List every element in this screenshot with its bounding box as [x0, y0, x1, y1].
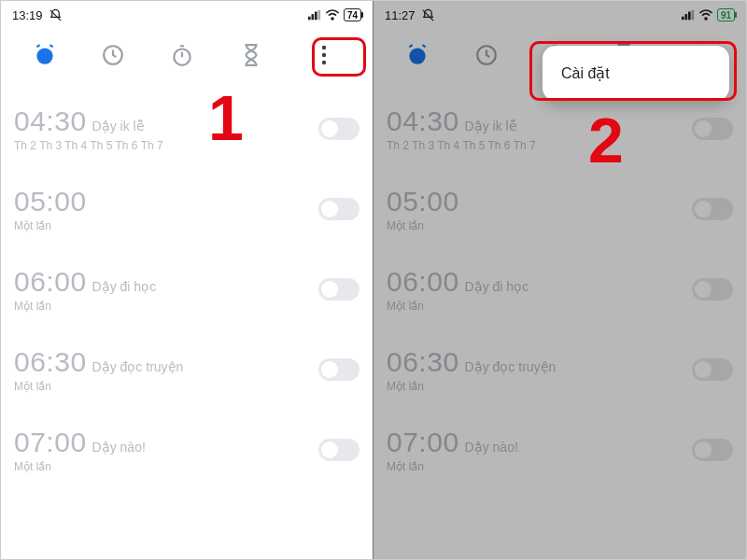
alarm-row[interactable]: 04:30Dậy ik lễ Th 2 Th 3 Th 4 Th 5 Th 6 … — [14, 105, 359, 152]
tab-clock[interactable] — [472, 41, 500, 69]
alarm-time: 06:30 — [387, 346, 459, 378]
alarm-row[interactable]: 04:30Dậy ik lễ Th 2 Th 3 Th 4 Th 5 Th 6 … — [387, 105, 733, 152]
alarm-sub: Một lần — [387, 219, 465, 232]
alarm-time: 06:30 — [14, 346, 87, 378]
options-popup: Cài đặt — [543, 46, 729, 101]
tab-timer[interactable] — [237, 41, 265, 69]
alarm-toggle[interactable] — [318, 278, 359, 301]
svg-rect-3 — [315, 12, 317, 21]
svg-rect-15 — [688, 12, 691, 21]
alarm-sub: Th 2 Th 3 Th 4 Th 5 Th 6 Th 7 — [14, 139, 163, 152]
tab-bar — [1, 25, 373, 77]
alarm-row[interactable]: 06:00Dậy đi học Một lần — [14, 266, 359, 313]
alarm-time: 04:30 — [14, 105, 87, 137]
wifi-icon — [325, 9, 340, 21]
alarm-list: 04:30Dậy ik lễ Th 2 Th 3 Th 4 Th 5 Th 6 … — [1, 77, 373, 473]
battery-icon: 91 — [717, 8, 735, 21]
alarm-sub: Th 2 Th 3 Th 4 Th 5 Th 6 Th 7 — [387, 139, 536, 152]
tab-clock[interactable] — [99, 41, 127, 69]
svg-point-11 — [322, 61, 326, 64]
alarm-sub: Một lần — [14, 380, 183, 393]
alarm-label: Dậy đọc truyện — [92, 359, 184, 374]
status-bar: 13:19 74 — [1, 1, 373, 25]
alarm-row[interactable]: 06:30Dậy đọc truyện Một lần — [387, 346, 733, 393]
status-bar: 11:27 91 — [374, 1, 746, 25]
alarm-row[interactable]: 07:00Dậy nào! Một lần — [387, 427, 733, 473]
alarm-label: Dậy đi học — [465, 279, 529, 294]
alarm-time: 05:00 — [14, 186, 87, 217]
alarm-list: 04:30Dậy ik lễ Th 2 Th 3 Th 4 Th 5 Th 6 … — [374, 77, 746, 473]
alarm-time: 07:00 — [14, 427, 87, 458]
settings-menu-item[interactable]: Cài đặt — [561, 64, 711, 82]
alarm-toggle[interactable] — [318, 358, 359, 381]
alarm-toggle[interactable] — [692, 358, 733, 381]
alarm-label: Dậy nào! — [465, 440, 518, 455]
alarm-toggle[interactable] — [318, 118, 359, 140]
alarm-time: 07:00 — [387, 427, 459, 458]
alarm-sub: Một lần — [387, 460, 518, 473]
svg-rect-13 — [682, 17, 684, 21]
alarm-label: Dậy đọc truyện — [465, 359, 557, 374]
svg-rect-14 — [684, 14, 687, 20]
alarm-label: Dậy nào! — [92, 440, 146, 455]
alarm-sub: Một lần — [387, 380, 556, 393]
alarm-row[interactable]: 07:00Dậy nào! Một lần — [14, 427, 359, 473]
alarm-toggle[interactable] — [692, 118, 733, 140]
more-options-button[interactable] — [305, 39, 343, 71]
alarm-time: 04:30 — [387, 105, 459, 137]
alarm-time: 05:00 — [387, 186, 459, 217]
svg-point-5 — [331, 18, 333, 20]
alarm-time: 06:00 — [14, 266, 87, 298]
alarm-sub: Một lần — [14, 300, 156, 313]
svg-point-17 — [705, 18, 707, 20]
alarm-label: Dậy đi học — [92, 279, 157, 294]
alarm-time: 06:00 — [387, 266, 459, 298]
svg-point-10 — [322, 53, 326, 57]
alarm-toggle[interactable] — [692, 198, 733, 220]
alarm-toggle[interactable] — [318, 439, 359, 461]
svg-point-9 — [322, 46, 326, 49]
alarm-row[interactable]: 05:00 Một lần — [14, 186, 359, 232]
screenshot-step-1: 13:19 74 — [1, 1, 374, 559]
alarm-toggle[interactable] — [692, 278, 733, 301]
alarm-label: Dậy ik lễ — [92, 119, 145, 133]
mute-icon — [49, 8, 63, 22]
alarm-sub: Một lần — [14, 460, 146, 473]
alarm-sub: Một lần — [14, 219, 92, 232]
alarm-sub: Một lần — [387, 300, 529, 313]
svg-point-8 — [174, 49, 190, 65]
svg-rect-2 — [311, 14, 314, 20]
tab-alarm[interactable] — [403, 41, 431, 69]
alarm-toggle[interactable] — [318, 198, 359, 220]
svg-point-6 — [36, 48, 52, 63]
alarm-row[interactable]: 05:00 Một lần — [387, 186, 733, 232]
tab-alarm[interactable] — [31, 41, 59, 69]
svg-rect-4 — [317, 10, 320, 21]
screenshot-step-2: 11:27 91 — [374, 1, 746, 559]
alarm-row[interactable]: 06:30Dậy đọc truyện Một lần — [14, 346, 359, 393]
alarm-toggle[interactable] — [692, 439, 733, 461]
alarm-label: Dậy ik lễ — [465, 119, 517, 133]
alarm-row[interactable]: 06:00Dậy đi học Một lần — [387, 266, 733, 313]
battery-icon: 74 — [344, 8, 361, 21]
svg-rect-16 — [691, 10, 694, 21]
svg-point-18 — [409, 48, 425, 63]
tab-stopwatch[interactable] — [168, 41, 196, 69]
signal-icon — [682, 9, 695, 21]
status-time: 11:27 — [385, 8, 416, 22]
svg-rect-1 — [308, 17, 311, 21]
signal-icon — [308, 9, 321, 21]
status-time: 13:19 — [12, 8, 43, 22]
wifi-icon — [698, 9, 713, 21]
mute-icon — [421, 8, 435, 22]
